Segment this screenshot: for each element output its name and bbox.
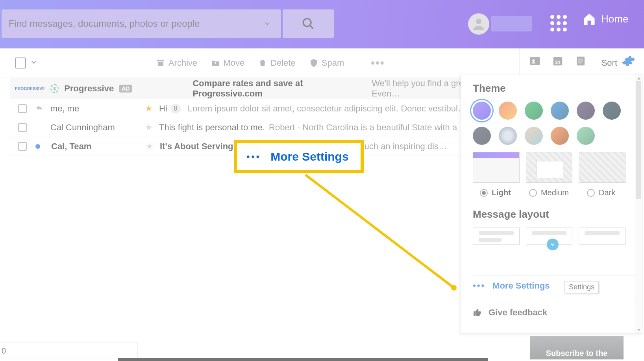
more-settings-link[interactable]: ••• More Settings — [473, 275, 635, 296]
spam-label: Spam — [322, 58, 344, 68]
density-mode-radios: Light Medium Dark — [473, 188, 625, 197]
ad-subject: Compare rates and save at Progressive.co… — [192, 78, 366, 99]
toolbar-more-icon[interactable]: ••• — [371, 57, 385, 69]
app-header: Home — [0, 0, 644, 48]
archive-label: Archive — [168, 58, 197, 68]
theme-swatch[interactable] — [499, 127, 517, 145]
avatar[interactable] — [468, 13, 489, 35]
svg-line-8 — [305, 175, 454, 288]
select-all-checkbox[interactable] — [15, 57, 26, 68]
density-card-medium[interactable] — [526, 152, 573, 183]
replied-icon — [35, 104, 43, 114]
theme-swatch-row-2 — [473, 127, 625, 145]
search-button[interactable] — [283, 9, 334, 38]
delete-button[interactable]: Delete — [258, 58, 296, 68]
row-preview: Lorem ipsum dolor sit amet, consectetur … — [188, 104, 466, 114]
svg-point-3 — [532, 59, 535, 62]
theme-swatch[interactable] — [551, 102, 569, 120]
give-feedback-link[interactable]: Give feedback — [473, 302, 635, 322]
apps-launcher-icon[interactable] — [550, 15, 567, 31]
taskbar-sliver — [118, 358, 488, 361]
row-checkbox[interactable] — [18, 142, 27, 151]
theme-swatch[interactable] — [499, 102, 517, 120]
move-button[interactable]: Move — [211, 58, 244, 68]
search-box[interactable] — [2, 9, 281, 38]
callout-dots-icon: ••• — [246, 151, 261, 162]
theme-swatch-row-1 — [473, 102, 625, 120]
theme-swatch[interactable] — [525, 102, 543, 120]
archive-button[interactable]: Archive — [156, 58, 197, 68]
radio-light[interactable]: Light — [480, 188, 511, 197]
toolbar-divider — [519, 48, 520, 78]
theme-swatch[interactable] — [603, 102, 621, 120]
density-card-dark[interactable] — [579, 152, 625, 183]
delete-label: Delete — [270, 58, 296, 68]
row-checkbox[interactable] — [18, 123, 27, 132]
radio-medium-label: Medium — [541, 188, 569, 197]
ad-row[interactable]: PROGRESSIVE $ Progressive AD Compare rat… — [10, 78, 518, 99]
settings-tooltip: Settings — [564, 281, 599, 293]
row-sender: Cal, Team — [51, 141, 146, 152]
radio-medium[interactable]: Medium — [529, 188, 569, 197]
svg-point-1 — [476, 19, 481, 24]
theme-swatch[interactable] — [473, 102, 491, 120]
density-card-light[interactable] — [473, 152, 520, 183]
row-checkbox[interactable] — [18, 104, 27, 113]
theme-swatch[interactable] — [577, 102, 595, 120]
row-subject: It's About Serving C — [160, 141, 242, 152]
svg-text:31: 31 — [555, 60, 561, 65]
panel-scrollbar[interactable]: ▲ ▼ — [635, 74, 642, 333]
settings-gear-icon[interactable] — [622, 54, 635, 69]
svg-rect-2 — [530, 57, 540, 65]
message-row[interactable]: Cal Cunningham ★ This fight is personal … — [10, 118, 518, 137]
theme-swatch[interactable] — [577, 127, 595, 145]
layout-cards — [473, 228, 625, 245]
move-icon — [211, 58, 220, 68]
move-label: Move — [223, 58, 244, 68]
row-sender: me, me — [50, 104, 145, 114]
scroll-thumb[interactable] — [636, 81, 641, 199]
density-mode-cards — [473, 152, 625, 183]
home-label: Home — [601, 13, 628, 25]
callout-label: More Settings — [270, 150, 348, 163]
annotation-lead-dot — [451, 285, 457, 291]
contacts-icon[interactable] — [529, 55, 541, 67]
svg-point-0 — [303, 19, 311, 26]
search-scope-chevron-icon[interactable] — [254, 20, 281, 28]
star-icon[interactable]: ★ — [145, 122, 153, 133]
more-dots-icon: ••• — [473, 281, 485, 291]
scroll-down-icon[interactable]: ▼ — [637, 327, 641, 333]
trash-icon — [258, 58, 267, 68]
theme-swatch[interactable] — [473, 127, 491, 145]
theme-swatch[interactable] — [551, 127, 569, 145]
expand-layout-chevron-icon[interactable] — [547, 239, 559, 250]
settings-panel: Theme Light Medium Dark Message layout — [461, 74, 642, 334]
row-sender: Cal Cunningham — [50, 122, 145, 133]
layout-card[interactable] — [473, 228, 520, 245]
home-link[interactable]: Home — [582, 12, 628, 26]
calendar-icon[interactable]: 31 — [552, 55, 564, 67]
annotation-callout: ••• More Settings — [234, 140, 364, 173]
star-icon[interactable]: ★ — [146, 141, 154, 152]
star-icon[interactable]: ★ — [145, 104, 153, 114]
search-input[interactable] — [2, 9, 254, 38]
theme-swatch[interactable] — [525, 127, 543, 145]
more-settings-label: More Settings — [492, 281, 550, 291]
ad-badge-icon: $ — [50, 84, 59, 93]
row-subject: Hi — [159, 104, 167, 114]
thread-count-badge: 8 — [170, 104, 181, 113]
unread-dot-icon — [35, 144, 40, 149]
notepad-icon[interactable] — [575, 55, 587, 67]
radio-dark[interactable]: Dark — [587, 188, 615, 197]
message-row[interactable]: me, me ★ Hi 8 Lorem ipsum dolor sit amet… — [10, 99, 518, 118]
row-preview: Robert - North Carolina is a beautiful S… — [269, 122, 468, 133]
select-menu-chevron-icon[interactable] — [30, 58, 38, 68]
shield-icon — [309, 58, 318, 68]
thumbs-up-icon — [473, 308, 482, 317]
layout-card[interactable] — [579, 228, 625, 245]
spam-button[interactable]: Spam — [309, 58, 344, 68]
scroll-up-icon[interactable]: ▲ — [637, 75, 641, 81]
home-icon — [582, 12, 596, 26]
status-bar-label: 0 — [0, 342, 138, 359]
subscribe-banner[interactable]: Subscribe to the — [530, 336, 624, 359]
